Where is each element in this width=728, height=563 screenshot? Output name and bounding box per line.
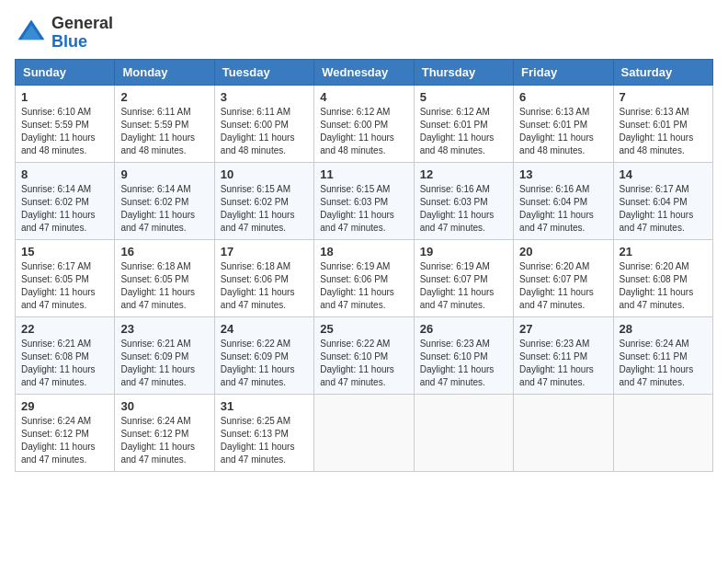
day-info: Sunrise: 6:22 AMSunset: 6:10 PMDaylight:… bbox=[320, 338, 407, 389]
calendar-cell: 4Sunrise: 6:12 AMSunset: 6:00 PMDaylight… bbox=[314, 85, 414, 162]
day-number: 25 bbox=[320, 322, 407, 336]
logo-icon bbox=[15, 17, 48, 50]
calendar-cell: 7Sunrise: 6:13 AMSunset: 6:01 PMDaylight… bbox=[613, 85, 712, 162]
day-number: 7 bbox=[620, 90, 707, 104]
calendar-cell: 3Sunrise: 6:11 AMSunset: 6:00 PMDaylight… bbox=[214, 85, 313, 162]
day-number: 17 bbox=[221, 245, 308, 259]
day-number: 6 bbox=[519, 90, 607, 104]
day-info: Sunrise: 6:21 AMSunset: 6:08 PMDaylight:… bbox=[21, 338, 108, 389]
calendar-cell: 14Sunrise: 6:17 AMSunset: 6:04 PMDayligh… bbox=[613, 162, 712, 239]
day-info: Sunrise: 6:14 AMSunset: 6:02 PMDaylight:… bbox=[21, 183, 108, 235]
day-info: Sunrise: 6:13 AMSunset: 6:01 PMDaylight:… bbox=[620, 106, 707, 157]
day-info: Sunrise: 6:22 AMSunset: 6:09 PMDaylight:… bbox=[221, 338, 308, 389]
day-number: 26 bbox=[420, 322, 507, 336]
day-info: Sunrise: 6:19 AMSunset: 6:07 PMDaylight:… bbox=[420, 260, 507, 312]
day-number: 14 bbox=[620, 167, 707, 181]
day-info: Sunrise: 6:25 AMSunset: 6:13 PMDaylight:… bbox=[221, 415, 308, 466]
calendar-week-2: 8Sunrise: 6:14 AMSunset: 6:02 PMDaylight… bbox=[16, 162, 713, 239]
day-number: 21 bbox=[620, 245, 707, 259]
calendar-cell: 30Sunrise: 6:24 AMSunset: 6:12 PMDayligh… bbox=[115, 394, 214, 471]
calendar-cell bbox=[613, 394, 712, 471]
calendar-cell bbox=[514, 394, 613, 471]
day-info: Sunrise: 6:15 AMSunset: 6:02 PMDaylight:… bbox=[221, 183, 308, 235]
day-number: 20 bbox=[519, 245, 607, 259]
weekday-header-thursday: Thursday bbox=[414, 59, 513, 85]
day-info: Sunrise: 6:12 AMSunset: 6:00 PMDaylight:… bbox=[320, 106, 407, 157]
calendar-cell: 20Sunrise: 6:20 AMSunset: 6:07 PMDayligh… bbox=[514, 239, 613, 316]
day-info: Sunrise: 6:24 AMSunset: 6:12 PMDaylight:… bbox=[21, 415, 108, 466]
calendar-week-1: 1Sunrise: 6:10 AMSunset: 5:59 PMDaylight… bbox=[16, 85, 713, 162]
day-number: 3 bbox=[221, 90, 308, 104]
day-number: 15 bbox=[21, 245, 108, 259]
day-info: Sunrise: 6:15 AMSunset: 6:03 PMDaylight:… bbox=[320, 183, 407, 235]
calendar-cell: 11Sunrise: 6:15 AMSunset: 6:03 PMDayligh… bbox=[314, 162, 414, 239]
day-number: 30 bbox=[120, 399, 208, 413]
calendar-cell: 5Sunrise: 6:12 AMSunset: 6:01 PMDaylight… bbox=[414, 85, 513, 162]
calendar-cell: 19Sunrise: 6:19 AMSunset: 6:07 PMDayligh… bbox=[414, 239, 513, 316]
day-info: Sunrise: 6:18 AMSunset: 6:06 PMDaylight:… bbox=[221, 260, 308, 312]
day-number: 8 bbox=[21, 167, 108, 181]
day-number: 2 bbox=[120, 90, 208, 104]
day-number: 31 bbox=[221, 399, 308, 413]
weekday-header-tuesday: Tuesday bbox=[214, 59, 313, 85]
day-number: 11 bbox=[320, 167, 407, 181]
calendar-cell: 25Sunrise: 6:22 AMSunset: 6:10 PMDayligh… bbox=[314, 316, 414, 394]
calendar-cell: 21Sunrise: 6:20 AMSunset: 6:08 PMDayligh… bbox=[613, 239, 712, 316]
day-number: 16 bbox=[120, 245, 208, 259]
logo-text: General Blue bbox=[51, 15, 113, 52]
day-number: 24 bbox=[221, 322, 308, 336]
calendar-week-4: 22Sunrise: 6:21 AMSunset: 6:08 PMDayligh… bbox=[16, 316, 713, 394]
day-info: Sunrise: 6:24 AMSunset: 6:12 PMDaylight:… bbox=[120, 415, 208, 466]
weekday-header-saturday: Saturday bbox=[613, 59, 712, 85]
day-info: Sunrise: 6:19 AMSunset: 6:06 PMDaylight:… bbox=[320, 260, 407, 312]
day-info: Sunrise: 6:20 AMSunset: 6:07 PMDaylight:… bbox=[519, 260, 607, 312]
calendar-cell bbox=[314, 394, 414, 471]
weekday-header-sunday: Sunday bbox=[16, 59, 115, 85]
calendar-cell: 23Sunrise: 6:21 AMSunset: 6:09 PMDayligh… bbox=[115, 316, 214, 394]
day-number: 10 bbox=[221, 167, 308, 181]
calendar-cell: 10Sunrise: 6:15 AMSunset: 6:02 PMDayligh… bbox=[214, 162, 313, 239]
calendar-table: SundayMondayTuesdayWednesdayThursdayFrid… bbox=[15, 59, 713, 472]
day-info: Sunrise: 6:23 AMSunset: 6:10 PMDaylight:… bbox=[420, 338, 507, 389]
day-info: Sunrise: 6:17 AMSunset: 6:04 PMDaylight:… bbox=[620, 183, 707, 235]
day-number: 18 bbox=[320, 245, 407, 259]
calendar-cell bbox=[414, 394, 513, 471]
day-info: Sunrise: 6:16 AMSunset: 6:04 PMDaylight:… bbox=[519, 183, 607, 235]
calendar-cell: 17Sunrise: 6:18 AMSunset: 6:06 PMDayligh… bbox=[214, 239, 313, 316]
day-number: 12 bbox=[420, 167, 507, 181]
day-info: Sunrise: 6:23 AMSunset: 6:11 PMDaylight:… bbox=[519, 338, 607, 389]
day-number: 19 bbox=[420, 245, 507, 259]
weekday-header-friday: Friday bbox=[514, 59, 613, 85]
day-info: Sunrise: 6:17 AMSunset: 6:05 PMDaylight:… bbox=[21, 260, 108, 312]
calendar-cell: 24Sunrise: 6:22 AMSunset: 6:09 PMDayligh… bbox=[214, 316, 313, 394]
day-info: Sunrise: 6:16 AMSunset: 6:03 PMDaylight:… bbox=[420, 183, 507, 235]
day-number: 22 bbox=[21, 322, 108, 336]
day-info: Sunrise: 6:24 AMSunset: 6:11 PMDaylight:… bbox=[620, 338, 707, 389]
day-info: Sunrise: 6:20 AMSunset: 6:08 PMDaylight:… bbox=[620, 260, 707, 312]
day-number: 13 bbox=[519, 167, 607, 181]
calendar-week-3: 15Sunrise: 6:17 AMSunset: 6:05 PMDayligh… bbox=[16, 239, 713, 316]
calendar-cell: 18Sunrise: 6:19 AMSunset: 6:06 PMDayligh… bbox=[314, 239, 414, 316]
day-number: 28 bbox=[620, 322, 707, 336]
calendar-cell: 31Sunrise: 6:25 AMSunset: 6:13 PMDayligh… bbox=[214, 394, 313, 471]
calendar-cell: 29Sunrise: 6:24 AMSunset: 6:12 PMDayligh… bbox=[16, 394, 115, 471]
day-info: Sunrise: 6:21 AMSunset: 6:09 PMDaylight:… bbox=[120, 338, 208, 389]
calendar-cell: 22Sunrise: 6:21 AMSunset: 6:08 PMDayligh… bbox=[16, 316, 115, 394]
weekday-header-wednesday: Wednesday bbox=[314, 59, 414, 85]
day-number: 5 bbox=[420, 90, 507, 104]
day-number: 1 bbox=[21, 90, 108, 104]
calendar-cell: 6Sunrise: 6:13 AMSunset: 6:01 PMDaylight… bbox=[514, 85, 613, 162]
logo-general-text: General bbox=[51, 14, 113, 32]
day-info: Sunrise: 6:12 AMSunset: 6:01 PMDaylight:… bbox=[420, 106, 507, 157]
weekday-header-row: SundayMondayTuesdayWednesdayThursdayFrid… bbox=[16, 59, 713, 85]
day-info: Sunrise: 6:13 AMSunset: 6:01 PMDaylight:… bbox=[519, 106, 607, 157]
day-info: Sunrise: 6:10 AMSunset: 5:59 PMDaylight:… bbox=[21, 106, 108, 157]
weekday-header-monday: Monday bbox=[115, 59, 214, 85]
calendar-cell: 28Sunrise: 6:24 AMSunset: 6:11 PMDayligh… bbox=[613, 316, 712, 394]
day-info: Sunrise: 6:11 AMSunset: 5:59 PMDaylight:… bbox=[120, 106, 208, 157]
logo-blue-text: Blue bbox=[51, 32, 87, 51]
page-header: General Blue bbox=[15, 15, 713, 52]
calendar-cell: 13Sunrise: 6:16 AMSunset: 6:04 PMDayligh… bbox=[514, 162, 613, 239]
calendar-cell: 26Sunrise: 6:23 AMSunset: 6:10 PMDayligh… bbox=[414, 316, 513, 394]
day-info: Sunrise: 6:18 AMSunset: 6:05 PMDaylight:… bbox=[120, 260, 208, 312]
